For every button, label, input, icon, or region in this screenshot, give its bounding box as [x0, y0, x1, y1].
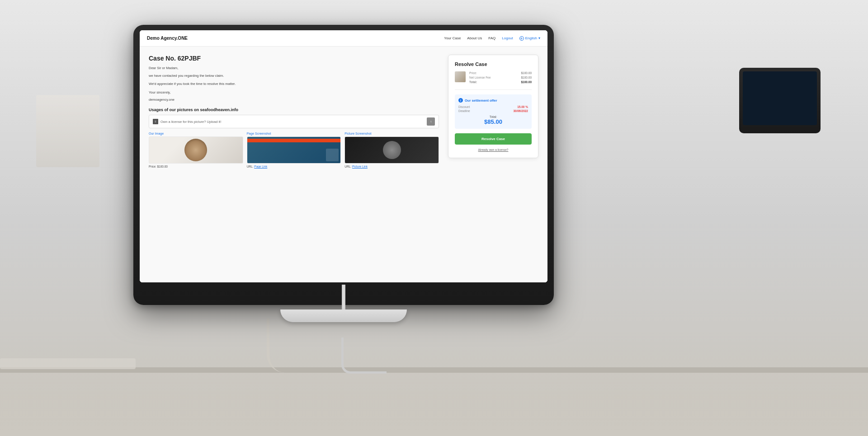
- total-row: Total: $100.00: [469, 80, 532, 84]
- resolve-title: Resolve Case: [455, 61, 532, 67]
- page-link[interactable]: Page Link: [254, 165, 267, 168]
- deadline-value: 30/06/2022: [513, 109, 528, 113]
- case-title: Case No. 62PJBF: [149, 55, 439, 62]
- document-icon: ≡: [153, 119, 158, 124]
- product-row: Price: $100.00 Net License Fee $100.00 T…: [455, 71, 532, 90]
- picture-screenshot-thumbnail: [344, 136, 439, 164]
- nav-your-case[interactable]: Your Case: [444, 36, 461, 40]
- picture-screenshot-label: Picture Screenshot: [344, 132, 439, 135]
- nav-about-us[interactable]: About Us: [467, 36, 482, 40]
- chevron-down-icon: ▾: [538, 36, 540, 40]
- upload-placeholder: Own a license for this picture? Upload i…: [160, 120, 221, 124]
- price-label: Price:: [469, 71, 477, 75]
- nav-logout[interactable]: Logout: [502, 36, 513, 40]
- net-license-value: $100.00: [521, 76, 532, 79]
- right-panel: Resolve Case Price: $100.00 Net License …: [448, 55, 538, 274]
- screenshot-image: [247, 137, 341, 163]
- product-details: Price: $100.00 Net License Fee $100.00 T…: [469, 71, 532, 85]
- deadline-row: Deadline 30/06/2022: [458, 109, 528, 113]
- our-image-price: Price: $100.00: [149, 165, 243, 168]
- bg-keyboard: [0, 358, 136, 369]
- dark-food-circle: [383, 141, 401, 159]
- body-text-1: we have contacted you regarding the belo…: [149, 73, 439, 78]
- bg-furniture: [0, 337, 868, 436]
- settlement-total: Total: $85.00: [458, 115, 528, 125]
- discount-label: Discount: [458, 105, 470, 108]
- price-value: $100.00: [521, 71, 532, 75]
- gallery-item-picture-screenshot: Picture Screenshot URL: Picture Link: [344, 132, 439, 168]
- upload-area[interactable]: ≡ Own a license for this picture? Upload…: [149, 115, 439, 128]
- total-value: $100.00: [521, 80, 532, 84]
- page-screenshot-thumbnail: [247, 136, 341, 164]
- monitor-neck: [342, 285, 345, 309]
- language-selector[interactable]: ⊕ English ▾: [519, 36, 540, 41]
- bg-side-objects: [730, 68, 830, 158]
- already-license-link[interactable]: Already own a license?: [455, 148, 532, 151]
- main-content: Case No. 62PJBF Dear Sir or Madam, we ha…: [140, 47, 547, 282]
- body-text-2: We'd appreciate if you took the time to …: [149, 81, 439, 86]
- dark-image: [345, 137, 439, 163]
- globe-icon: ⊕: [519, 36, 524, 41]
- bg-cable: [267, 319, 348, 373]
- signoff-text: Your sincerely,: [149, 90, 439, 95]
- left-panel: Case No. 62PJBF Dear Sir or Madam, we ha…: [149, 55, 448, 274]
- product-thumbnail: [455, 71, 466, 82]
- picture-link[interactable]: Picture Link: [352, 165, 368, 168]
- page-screenshot-url: URL: Page Link: [247, 165, 341, 168]
- net-license-row: Net License Fee $100.00: [469, 76, 532, 79]
- net-license-label: Net License Fee: [469, 76, 491, 79]
- website-content: Demo Agency.ONE Your Case About Us FAQ L…: [140, 30, 547, 282]
- our-image-label: Our Image: [149, 132, 243, 135]
- settlement-total-label: Total:: [490, 115, 497, 118]
- image-gallery: Our Image Price: $100.00 Page Screenshot: [149, 132, 439, 168]
- settlement-title: Our settlement offer: [465, 98, 497, 103]
- gallery-item-page-screenshot: Page Screenshot URL: Page Link: [247, 132, 341, 168]
- logo-text: Demo Agency.: [147, 36, 178, 41]
- page-screenshot-label: Page Screenshot: [247, 132, 341, 135]
- info-icon: i: [458, 98, 463, 103]
- monitor-stand: [133, 285, 554, 322]
- navigation: Demo Agency.ONE Your Case About Us FAQ L…: [140, 30, 547, 47]
- resolve-card: Resolve Case Price: $100.00 Net License …: [448, 55, 538, 158]
- monitor-cable: [341, 338, 387, 374]
- price-row: Price: $100.00: [469, 71, 532, 75]
- section-title: Usages of our pictures on seafoodheaven.…: [149, 108, 439, 112]
- upload-button[interactable]: ↑: [427, 117, 435, 126]
- gallery-item-our-image: Our Image Price: $100.00: [149, 132, 243, 168]
- our-image-thumbnail: [149, 136, 243, 164]
- logo-bold: ONE: [178, 36, 188, 41]
- logo: Demo Agency.ONE: [147, 36, 188, 41]
- food-image: [149, 137, 243, 163]
- settlement-box: i Our settlement offer Discount 15.00 % …: [455, 94, 532, 129]
- total-label: Total:: [469, 80, 477, 84]
- company-text: demoagency.one: [149, 97, 439, 102]
- bg-left-object: [36, 95, 99, 167]
- discount-value: 15.00 %: [517, 105, 528, 108]
- monitor-screen: Demo Agency.ONE Your Case About Us FAQ L…: [140, 30, 547, 282]
- deadline-label: Deadline: [458, 109, 470, 113]
- language-label: English: [525, 36, 537, 40]
- monitor-base: [280, 309, 407, 322]
- settlement-total-value: $85.00: [458, 118, 528, 125]
- settlement-header: i Our settlement offer: [458, 98, 528, 103]
- picture-screenshot-url: URL: Picture Link: [344, 165, 439, 168]
- greeting-text: Dear Sir or Madam,: [149, 66, 439, 70]
- monitor:  Demo Agency.ONE Your Case About Us FAQ…: [133, 25, 554, 305]
- nav-faq[interactable]: FAQ: [488, 36, 495, 40]
- nav-links: Your Case About Us FAQ Logout ⊕ English …: [444, 36, 540, 41]
- resolve-button[interactable]: Resolve Case: [455, 133, 532, 145]
- discount-row: Discount 15.00 %: [458, 105, 528, 108]
